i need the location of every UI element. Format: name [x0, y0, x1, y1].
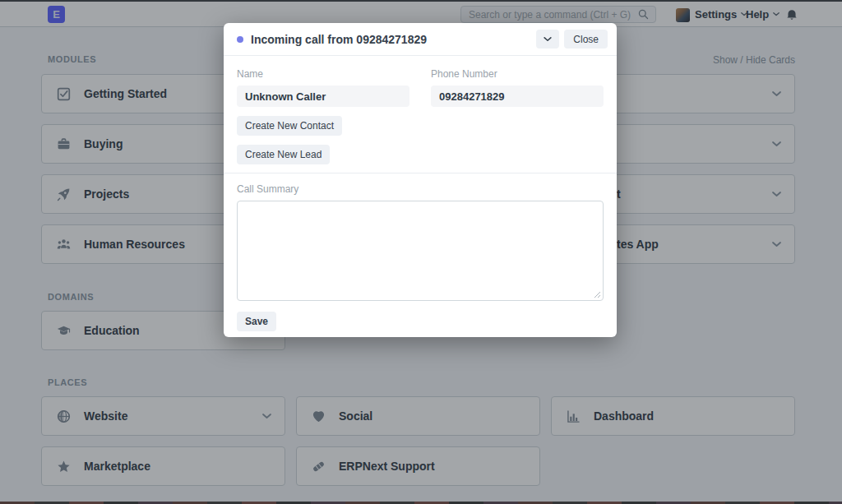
indicator-dot: [237, 36, 243, 43]
chevron-down-icon: [544, 37, 552, 42]
dialog-header: Incoming call from 09284271829 Close: [224, 23, 617, 56]
create-new-contact-button[interactable]: Create New Contact: [237, 116, 342, 136]
dialog-collapse-button[interactable]: [536, 30, 559, 49]
caller-details-section: Name Phone Number Create New Contact Cre…: [224, 56, 617, 173]
phone-number-label: Phone Number: [431, 68, 604, 80]
create-new-lead-button[interactable]: Create New Lead: [237, 145, 330, 164]
name-field-group: Name: [237, 68, 409, 107]
call-summary-section: Call Summary Save: [224, 173, 617, 331]
phone-number-field[interactable]: [431, 86, 604, 107]
resize-grip-icon[interactable]: [594, 291, 601, 298]
call-summary-label: Call Summary: [237, 183, 604, 195]
phone-field-group: Phone Number: [431, 68, 604, 107]
save-button[interactable]: Save: [237, 312, 276, 331]
call-summary-textarea[interactable]: [237, 201, 604, 301]
dialog-title: Incoming call from 09284271829: [251, 33, 536, 46]
name-field[interactable]: [237, 86, 409, 107]
save-label: Save: [245, 316, 268, 327]
dialog-close-button[interactable]: Close: [564, 30, 608, 49]
incoming-call-dialog: Incoming call from 09284271829 Close Nam…: [224, 23, 617, 337]
name-label: Name: [237, 68, 409, 80]
